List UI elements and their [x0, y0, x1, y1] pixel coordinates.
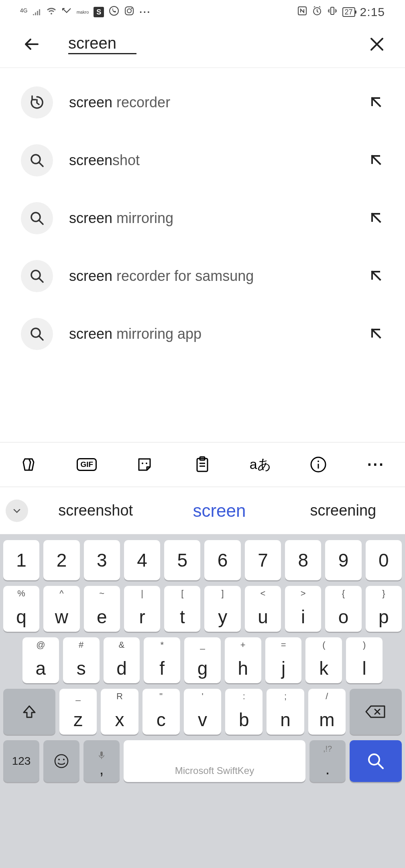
key-r[interactable]: |r: [124, 586, 160, 632]
key-shift[interactable]: [3, 689, 55, 735]
key-i[interactable]: >i: [285, 586, 321, 632]
key-1[interactable]: 1: [3, 540, 39, 580]
key-v[interactable]: 'v: [184, 689, 221, 735]
back-button[interactable]: [20, 32, 44, 56]
suggestion-row[interactable]: screen recorder: [0, 74, 405, 131]
key-6[interactable]: 6: [204, 540, 240, 580]
key-e[interactable]: ~e: [84, 586, 120, 632]
suggestion-text: screen mirroring app: [69, 326, 351, 342]
key-backspace[interactable]: [350, 689, 402, 735]
key-u[interactable]: <u: [245, 586, 281, 632]
suggestion-row[interactable]: screen recorder for samsung: [0, 247, 405, 305]
key-9[interactable]: 9: [325, 540, 361, 580]
insert-query-button[interactable]: [367, 93, 384, 112]
key-main-label: l: [362, 657, 366, 679]
key-4[interactable]: 4: [124, 540, 160, 580]
key-h[interactable]: +h: [225, 637, 261, 683]
kb-tool-clipboard[interactable]: [173, 442, 231, 487]
search-icon: [21, 202, 53, 234]
key-z[interactable]: _z: [59, 689, 97, 735]
search-icon: [21, 144, 53, 176]
key-p[interactable]: }p: [366, 586, 402, 632]
key-y[interactable]: ]y: [204, 586, 240, 632]
key-main-label: e: [97, 606, 107, 628]
key-j[interactable]: =j: [265, 637, 302, 683]
key-b[interactable]: :b: [225, 689, 263, 735]
prediction-center[interactable]: screen: [157, 501, 281, 521]
kb-tool-gif[interactable]: GIF: [58, 442, 116, 487]
key-period[interactable]: ,!? .: [309, 740, 346, 782]
kb-tool-copilot[interactable]: [0, 442, 58, 487]
key-5[interactable]: 5: [164, 540, 200, 580]
kb-tool-sticker[interactable]: [116, 442, 173, 487]
key-x[interactable]: Rx: [101, 689, 138, 735]
key-q[interactable]: %q: [3, 586, 39, 632]
key-search[interactable]: [350, 740, 402, 782]
key-c[interactable]: "c: [142, 689, 180, 735]
kb-tool-more[interactable]: ···: [347, 442, 405, 487]
key-sup-label: R: [116, 691, 123, 702]
suggestions-list: screen recorderscreenshotscreen mirrorin…: [0, 68, 405, 368]
search-input[interactable]: [68, 34, 136, 54]
suggestion-row[interactable]: screen mirroring: [0, 189, 405, 247]
key-k[interactable]: (k: [305, 637, 342, 683]
key-g[interactable]: _g: [184, 637, 221, 683]
key-main-label: q: [16, 606, 26, 628]
key-w[interactable]: ^w: [43, 586, 79, 632]
kb-row-numbers: 1234567890: [3, 540, 402, 580]
key-a[interactable]: @a: [22, 637, 59, 683]
key-space[interactable]: Microsoft SwiftKey: [124, 740, 305, 782]
battery-icon: 27: [342, 7, 355, 17]
predictions-expand-button[interactable]: [6, 500, 28, 522]
insert-query-button[interactable]: [367, 325, 384, 343]
key-n[interactable]: ;n: [267, 689, 304, 735]
key-2[interactable]: 2: [43, 540, 79, 580]
kb-tool-translate[interactable]: aあ: [232, 442, 289, 487]
suggestion-row[interactable]: screenshot: [0, 131, 405, 189]
clear-button[interactable]: [365, 32, 389, 56]
key-main-label: r: [139, 606, 145, 628]
keyboard-toolbar: GIF aあ ···: [0, 442, 405, 487]
key-main-label: n: [280, 709, 291, 731]
period-sup-label: ,!?: [323, 744, 332, 753]
key-comma[interactable]: ,: [83, 740, 120, 782]
key-main-label: 6: [218, 549, 228, 571]
key-o[interactable]: {o: [325, 586, 361, 632]
key-symbols[interactable]: 123: [3, 740, 39, 782]
key-main-label: g: [197, 657, 208, 679]
key-sup-label: |: [141, 588, 143, 599]
key-s[interactable]: #s: [63, 637, 100, 683]
key-8[interactable]: 8: [285, 540, 321, 580]
makro-icon: makro: [77, 10, 89, 14]
insert-query-button[interactable]: [367, 267, 384, 285]
key-main-label: o: [338, 606, 349, 628]
insert-query-button[interactable]: [367, 151, 384, 170]
key-emoji[interactable]: [43, 740, 79, 782]
key-main-label: y: [218, 606, 227, 628]
chevron-down-icon: [12, 506, 22, 516]
key-l[interactable]: )l: [346, 637, 383, 683]
key-sup-label: ): [363, 640, 366, 650]
key-f[interactable]: *f: [144, 637, 180, 683]
key-m[interactable]: /m: [308, 689, 346, 735]
key-3[interactable]: 3: [84, 540, 120, 580]
key-7[interactable]: 7: [245, 540, 281, 580]
key-d[interactable]: &d: [104, 637, 140, 683]
search-icon: [21, 318, 53, 350]
kb-tool-info[interactable]: [289, 442, 347, 487]
kb-row-2: @a#s&d*f_g+h=j(k)l: [3, 637, 402, 683]
key-t[interactable]: [t: [164, 586, 200, 632]
keyboard-predictions: screenshot screen screening: [0, 487, 405, 534]
suggestion-row[interactable]: screen mirroring app: [0, 305, 405, 363]
prediction-left[interactable]: screenshot: [34, 502, 157, 519]
svg-point-10: [31, 328, 40, 337]
prediction-right[interactable]: screening: [281, 502, 405, 519]
key-main-label: 7: [258, 549, 268, 571]
more-notifications-icon: ···: [139, 6, 151, 18]
key-0[interactable]: 0: [366, 540, 402, 580]
close-icon: [368, 35, 386, 53]
arrow-up-left-icon: [369, 211, 383, 224]
key-sup-label: ]: [222, 588, 224, 599]
alarm-icon: [312, 6, 322, 18]
insert-query-button[interactable]: [367, 209, 384, 227]
